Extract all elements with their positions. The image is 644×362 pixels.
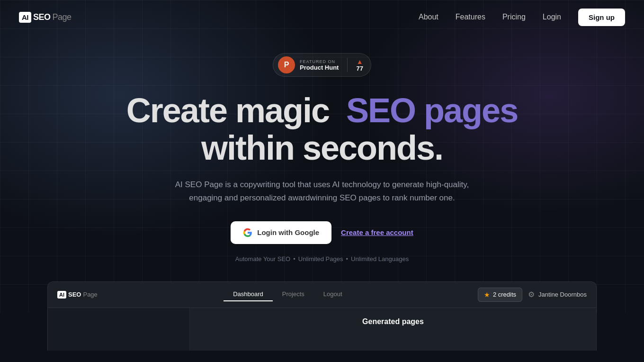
demo-logo-ai: AI — [57, 291, 66, 299]
ph-arrow-icon: ▲ — [357, 58, 363, 65]
demo-logo-page: Page — [83, 291, 97, 298]
demo-sidebar — [48, 308, 190, 351]
demo-main: Generated pages — [190, 308, 596, 351]
credits-badge: ★ 2 credits — [478, 288, 522, 302]
nav-logo: AI SEO Page — [19, 12, 72, 23]
nav-about[interactable]: About — [419, 13, 438, 21]
user-name: Jantine Doornbos — [538, 291, 587, 298]
demo-logo: AI SEO Page — [57, 291, 98, 299]
product-hunt-icon: P — [278, 56, 295, 73]
demo-logo-seo: SEO — [68, 291, 81, 298]
headline-within-seconds: within seconds. — [201, 129, 443, 167]
generated-pages-title: Generated pages — [362, 317, 424, 326]
ph-name: Product Hunt — [300, 64, 339, 71]
demo-tab-logout[interactable]: Logout — [314, 288, 352, 301]
create-free-account-button[interactable]: Create a free account — [341, 228, 413, 236]
headline-line1: Create magic SEO pages — [126, 92, 518, 129]
pill-pages: Unlimited Pages — [298, 255, 343, 262]
headline-seo-pages: SEO pages — [346, 91, 518, 129]
nav-login[interactable]: Login — [543, 13, 561, 21]
nav-links: About Features Pricing Login Sign up — [419, 9, 625, 26]
credits-label: 2 credits — [493, 291, 516, 298]
ph-divider — [347, 58, 348, 72]
headline-line2: within seconds. — [201, 129, 443, 167]
headline: Create magic SEO pages within seconds. — [126, 92, 518, 167]
demo-tab-dashboard[interactable]: Dashboard — [224, 288, 273, 301]
logo-ai: AI — [19, 12, 31, 23]
demo-content: Generated pages — [48, 308, 596, 351]
demo-topbar: AI SEO Page Dashboard Projects Logout ★ … — [48, 282, 596, 308]
demo-right-section: ★ 2 credits ⚙ Jantine Doornbos — [478, 288, 587, 302]
logo-page: Page — [53, 12, 72, 22]
nav-features[interactable]: Features — [456, 13, 485, 21]
ph-votes: ▲ 77 — [356, 58, 363, 72]
login-google-label: Login with Google — [257, 228, 319, 236]
demo-nav-tabs: Dashboard Projects Logout — [224, 288, 351, 301]
login-google-button[interactable]: Login with Google — [231, 221, 331, 244]
credits-star-icon: ★ — [484, 291, 490, 299]
nav-pricing[interactable]: Pricing — [502, 13, 526, 21]
headline-create-magic: Create magic — [126, 91, 329, 129]
demo-window: AI SEO Page Dashboard Projects Logout ★ … — [47, 281, 597, 351]
hero-section: P FEATURED ON Product Hunt ▲ 77 Create m… — [0, 34, 644, 351]
feature-pills: Automate Your SEO • Unlimited Pages • Un… — [235, 255, 409, 262]
pill-automate: Automate Your SEO — [235, 255, 290, 262]
ph-featured-label: FEATURED ON — [300, 59, 335, 64]
hero-subtext: AI SEO Page is a copywriting tool that u… — [170, 178, 474, 204]
product-hunt-badge: P FEATURED ON Product Hunt ▲ 77 — [273, 53, 371, 77]
signup-button[interactable]: Sign up — [578, 9, 625, 26]
navbar: AI SEO Page About Features Pricing Login… — [0, 0, 644, 34]
demo-tab-projects[interactable]: Projects — [273, 288, 314, 301]
user-badge: ⚙ Jantine Doornbos — [528, 290, 587, 299]
pill-dot-1: • — [293, 255, 295, 262]
cta-group: Login with Google Create a free account — [231, 221, 413, 244]
pill-languages: Unlimited Languages — [351, 255, 409, 262]
gear-icon[interactable]: ⚙ — [528, 290, 535, 299]
ph-vote-count: 77 — [356, 65, 363, 72]
pill-dot-2: • — [346, 255, 348, 262]
google-icon — [243, 228, 252, 237]
logo-seo: SEO — [33, 12, 51, 22]
product-hunt-text: FEATURED ON Product Hunt — [300, 59, 339, 71]
